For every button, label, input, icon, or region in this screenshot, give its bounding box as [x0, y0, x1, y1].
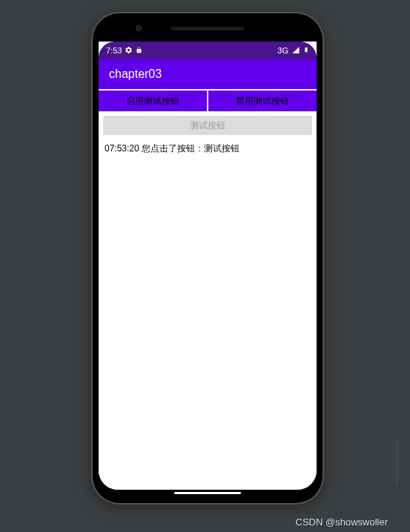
- app-bar: chapter03: [99, 59, 317, 89]
- network-label: 3G: [277, 46, 288, 55]
- status-left: 7:53: [106, 46, 142, 56]
- log-message: 07:53:20 您点击了按钮：测试按钮: [105, 143, 239, 154]
- test-button: 测试按钮: [103, 116, 312, 135]
- app-title: chapter03: [109, 68, 162, 81]
- phone-bezel: 7:53 3G: [99, 19, 317, 497]
- side-panel-fragment: [397, 439, 410, 484]
- speaker-grille: [171, 27, 245, 30]
- camera-dot: [136, 25, 142, 31]
- phone-screen: 7:53 3G: [99, 42, 317, 490]
- button-row: 启用测试按钮 禁用测试按钮: [99, 89, 317, 111]
- gear-icon: [125, 46, 133, 56]
- navigation-handle[interactable]: [174, 492, 241, 494]
- lock-icon: [136, 46, 142, 56]
- enable-test-button[interactable]: 启用测试按钮: [99, 91, 207, 111]
- log-output: 07:53:20 您点击了按钮：测试按钮: [99, 139, 317, 490]
- test-button-area: 测试按钮: [99, 111, 317, 139]
- phone-frame: 7:53 3G: [93, 13, 323, 503]
- status-bar: 7:53 3G: [99, 42, 317, 59]
- watermark: CSDN @showswoller: [296, 516, 388, 528]
- battery-icon: [303, 45, 309, 56]
- status-time: 7:53: [106, 46, 122, 55]
- disable-test-button[interactable]: 禁用测试按钮: [208, 91, 317, 111]
- status-right: 3G: [277, 45, 309, 56]
- signal-icon: [291, 46, 300, 56]
